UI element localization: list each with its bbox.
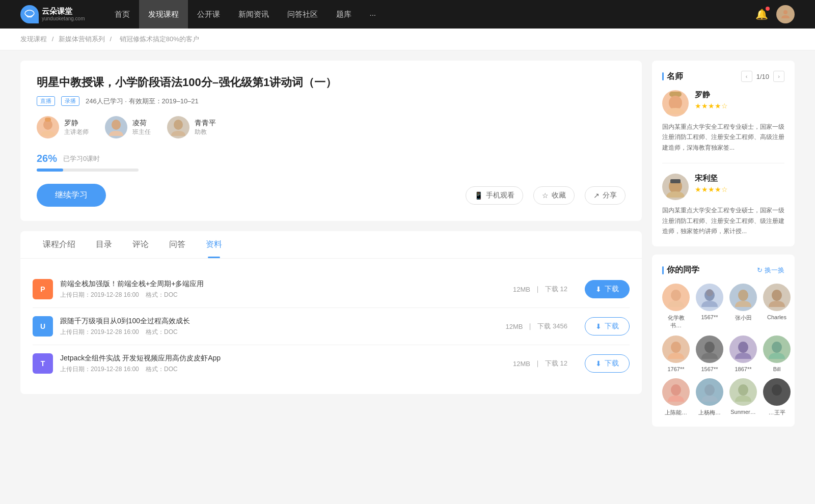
svg-point-16 [671, 342, 681, 353]
teacher-2: 凌荷 班主任 [105, 116, 151, 138]
collect-button[interactable]: ☆ 收藏 [533, 186, 575, 205]
tab-review[interactable]: 评论 [122, 231, 159, 258]
download-button-1[interactable]: ⬇ 下载 [585, 280, 630, 298]
tab-intro[interactable]: 课程介绍 [33, 231, 86, 258]
tag-live: 直播 [37, 96, 55, 106]
classmate-8[interactable]: Bill [763, 335, 791, 372]
breadcrumb-current: 销冠修炼术搞定80%的客户 [120, 35, 199, 43]
classmate-4[interactable]: Charles [763, 284, 791, 329]
bell-icon[interactable]: 🔔 [755, 8, 768, 20]
classmate-name-12: …王平 [769, 409, 785, 416]
classmate-1[interactable]: 化学教书… [662, 284, 690, 329]
share-label: 分享 [603, 191, 617, 200]
breadcrumb: 发现课程 / 新媒体营销系列 / 销冠修炼术搞定80%的客户 [0, 29, 815, 50]
teacher-1: 罗静 主讲老师 [37, 116, 89, 138]
page-info: 1/10 [756, 73, 769, 80]
teacher-role-3: 助教 [195, 128, 216, 136]
svg-point-13 [706, 289, 713, 296]
teachers-list: 罗静 主讲老师 凌荷 班主任 [37, 116, 626, 138]
teacher-3: 青青平 助教 [167, 116, 216, 138]
continue-button[interactable]: 继续学习 [37, 184, 106, 207]
nav-item-qa[interactable]: 问答社区 [278, 0, 327, 29]
download-button-3[interactable]: ⬇ 下载 [585, 354, 630, 373]
main-layout: 明星中教授课，小学阶段语法100分–强化级第1讲动词（一） 直播 录播 246人… [0, 50, 815, 445]
content-area: 明星中教授课，小学阶段语法100分–强化级第1讲动词（一） 直播 录播 246人… [20, 61, 642, 435]
progress-bar-bg [37, 169, 139, 172]
nav-item-questions[interactable]: 题库 [327, 0, 361, 29]
nav-next-arrow[interactable]: › [773, 71, 784, 82]
logo-icon [20, 5, 39, 23]
breadcrumb-sep1: / [52, 35, 56, 43]
file-name-1: 前端全栈加强版！前端全栈+全周期+多端应用 [60, 279, 506, 289]
download-label-2: 下载 [605, 322, 619, 331]
tab-materials[interactable]: 资料 [196, 231, 232, 258]
classmate-5[interactable]: 1767** [662, 335, 690, 372]
breadcrumb-link-discover[interactable]: 发现课程 [20, 35, 47, 43]
classmate-2[interactable]: 1567** [696, 284, 723, 329]
teacher-avatar-2 [105, 116, 127, 138]
sidebar-teacher-stars-2: ★★★★☆ [695, 185, 728, 193]
file-item-2: U 跟随千万级项目从0到100全过程高效成长 上传日期：2019-12-28 1… [33, 308, 630, 345]
course-card: 明星中教授课，小学阶段语法100分–强化级第1讲动词（一） 直播 录播 246人… [20, 61, 642, 221]
file-icon-2: U [33, 316, 53, 337]
classmate-9[interactable]: 上陈能… [662, 378, 690, 416]
nav-item-news[interactable]: 新闻资讯 [229, 0, 278, 29]
classmate-7[interactable]: 1867** [729, 335, 757, 372]
nav-prev-arrow[interactable]: ‹ [741, 71, 752, 82]
share-button[interactable]: ↗ 分享 [585, 186, 626, 205]
classmate-name-6: 1567** [701, 366, 718, 372]
file-meta-1: 上传日期：2019-12-28 16:00 格式：DOC [60, 291, 506, 299]
nav-item-discover[interactable]: 发现课程 [139, 0, 188, 29]
progress-pct: 26% [37, 153, 57, 164]
nav-item-home[interactable]: 首页 [105, 0, 139, 29]
download-icon-1: ⬇ [595, 285, 602, 293]
course-actions: 继续学习 📱 手机观看 ☆ 收藏 ↗ 分享 [37, 184, 626, 207]
teacher-avatar-1 [37, 116, 59, 138]
classmate-avatar-1 [662, 284, 690, 311]
logo[interactable]: 云朵课堂 yunduoketang.com [20, 5, 85, 23]
classmate-3[interactable]: 张小田 [729, 284, 757, 329]
mobile-watch-button[interactable]: 📱 手机观看 [466, 186, 523, 205]
file-item-1: P 前端全栈加强版！前端全栈+全周期+多端应用 上传日期：2019-12-28 … [33, 271, 630, 308]
course-title: 明星中教授课，小学阶段语法100分–强化级第1讲动词（一） [37, 75, 626, 90]
svg-point-4 [112, 120, 121, 130]
svg-point-17 [704, 342, 715, 353]
classmate-10[interactable]: 上杨梅… [696, 378, 723, 416]
sidebar-teacher-top-1: 罗静 ★★★★☆ [662, 90, 784, 117]
classmate-11[interactable]: Sunmer… [729, 378, 757, 416]
file-icon-3: T [33, 353, 53, 374]
svg-rect-10 [670, 179, 681, 183]
nav-item-open[interactable]: 公开课 [188, 0, 229, 29]
file-name-3: Jetpack全组件实战 开发短视频应用高仿皮皮虾App [60, 354, 506, 363]
sidebar-teacher-top-2: 宋利坚 ★★★★☆ [662, 174, 784, 200]
tab-qa[interactable]: 问答 [159, 231, 196, 258]
user-avatar[interactable] [776, 5, 795, 23]
nav-item-more[interactable]: ··· [361, 0, 386, 29]
classmate-avatar-12 [763, 378, 791, 406]
share-icon: ↗ [593, 191, 600, 200]
file-stats-1: 12MB ｜ 下载 12 [513, 285, 567, 294]
breadcrumb-link-series[interactable]: 新媒体营销系列 [59, 35, 105, 43]
classmate-name-10: 上杨梅… [698, 409, 721, 416]
classmate-name-7: 1867** [735, 366, 751, 372]
sidebar-teacher-details-1: 罗静 ★★★★☆ [695, 90, 728, 110]
svg-point-23 [772, 384, 782, 396]
refresh-button[interactable]: ↻ 换一换 [757, 266, 784, 275]
nav-right: 🔔 [755, 5, 795, 23]
sidebar-teacher-name-1: 罗静 [695, 90, 728, 100]
download-button-2[interactable]: ⬇ 下载 [585, 317, 630, 335]
classmate-avatar-10 [696, 378, 723, 406]
tab-catalog[interactable]: 目录 [86, 231, 122, 258]
classmate-6[interactable]: 1567** [696, 335, 723, 372]
progress-label: 已学习0课时 [63, 154, 100, 163]
panel-nav-teachers: ‹ 1/10 › [741, 71, 784, 82]
progress-bar-fill [37, 169, 63, 172]
action-buttons: 📱 手机观看 ☆ 收藏 ↗ 分享 [466, 186, 626, 205]
classmate-avatar-2 [696, 284, 723, 311]
tag-record: 录播 [61, 96, 79, 106]
classmate-12[interactable]: …王平 [763, 378, 791, 416]
svg-point-7 [669, 96, 682, 110]
panel-title-teachers: 名师 [662, 71, 683, 82]
teacher-info-2: 凌荷 班主任 [132, 119, 151, 136]
svg-point-19 [772, 342, 782, 353]
